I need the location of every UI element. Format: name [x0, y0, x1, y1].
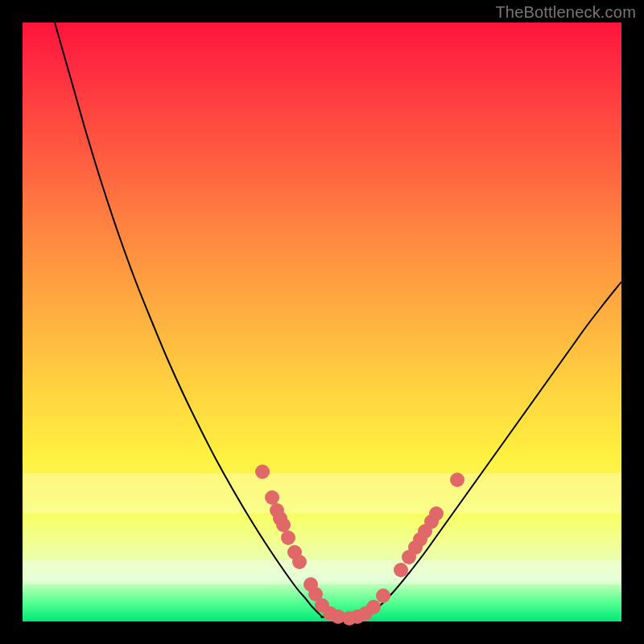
- bottleneck-curve: [55, 23, 621, 618]
- dots-group: [255, 464, 464, 625]
- data-point: [255, 464, 270, 479]
- data-point: [281, 530, 295, 545]
- data-point: [265, 490, 279, 505]
- data-point: [450, 473, 464, 487]
- chart-frame: [23, 23, 621, 621]
- data-point: [429, 506, 444, 521]
- watermark-text: TheBottleneck.com: [495, 3, 636, 22]
- data-point: [366, 600, 381, 614]
- data-point: [394, 563, 408, 577]
- data-point: [376, 588, 390, 603]
- curve-group: [55, 23, 621, 618]
- data-point: [292, 555, 307, 569]
- chart-svg: [23, 23, 621, 621]
- data-point: [276, 518, 291, 532]
